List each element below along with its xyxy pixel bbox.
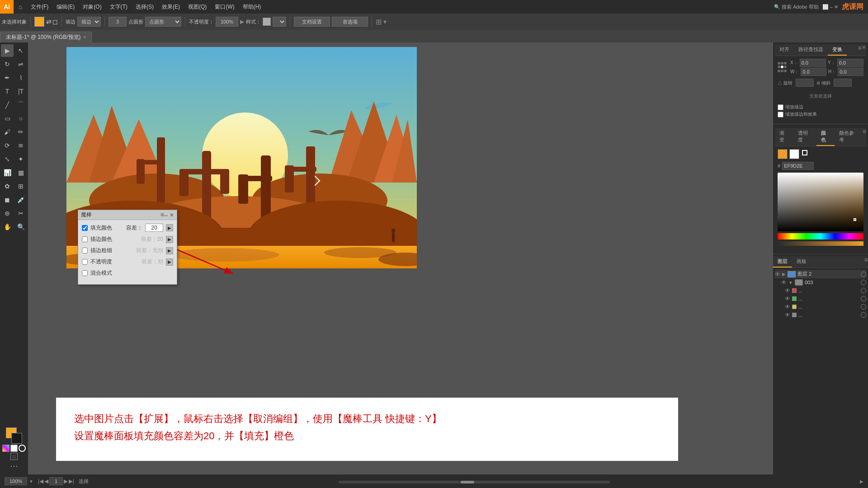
- eyedropper-tool-icon[interactable]: 💉: [14, 193, 27, 206]
- arc-tool-icon[interactable]: ⌒: [14, 99, 27, 111]
- layer-row-6[interactable]: 👁 ...: [775, 311, 866, 319]
- layer-icon[interactable]: □: [10, 453, 18, 460]
- bar-chart-icon[interactable]: ▦: [14, 166, 27, 179]
- layer-expand-1[interactable]: ▶: [782, 272, 786, 277]
- symbol-tool-icon[interactable]: ✿: [1, 180, 14, 192]
- pathfinder-tab[interactable]: 路径查找器: [794, 44, 828, 56]
- color-guide-tab[interactable]: 颜色参考: [835, 128, 862, 146]
- zoom-down-btn[interactable]: ▼: [29, 479, 33, 484]
- layer-row-1[interactable]: 👁 ▶ 图层 2: [775, 270, 866, 278]
- menu-select[interactable]: 选择(S): [132, 0, 157, 14]
- anchor-mc[interactable]: [781, 66, 783, 68]
- tab-close-button[interactable]: ×: [84, 35, 86, 40]
- direct-select-tool-icon[interactable]: ↖: [14, 44, 27, 57]
- layer-row-3[interactable]: 👁 ...: [775, 286, 866, 295]
- zoom-tool-icon[interactable]: 🔍: [14, 221, 27, 233]
- background-color[interactable]: [11, 433, 22, 444]
- transform-tab[interactable]: 变换: [828, 44, 847, 56]
- layer-circle-1[interactable]: [861, 272, 866, 277]
- stroke-color-arrow[interactable]: ▶: [166, 236, 173, 243]
- puppet-warp-icon[interactable]: ✦: [14, 153, 27, 165]
- stroke-dropdown[interactable]: 插边: [77, 17, 101, 27]
- none-fill-icon[interactable]: [19, 445, 26, 452]
- prev-page-btn[interactable]: ◀: [44, 478, 48, 484]
- fill-mode-icon[interactable]: [10, 445, 18, 452]
- rotate-input[interactable]: [796, 79, 814, 87]
- last-page-btn[interactable]: ▶|: [69, 478, 74, 484]
- gradient-tab[interactable]: 渐变: [775, 128, 793, 146]
- fill-tolerance-input[interactable]: [145, 224, 163, 232]
- search-icon[interactable]: 🔍 搜索 Adobe 帮助: [774, 4, 819, 10]
- gradient-tool-icon[interactable]: ◼: [1, 193, 14, 206]
- anchor-tr[interactable]: [784, 62, 787, 65]
- mesh-tool-icon[interactable]: ⊞: [14, 180, 27, 192]
- path-tool-icon[interactable]: ⌇: [14, 71, 27, 84]
- paintbrush-tool-icon[interactable]: 🖌: [1, 126, 14, 138]
- shape-dropdown[interactable]: 点圆形: [145, 17, 181, 27]
- stroke-color-checkbox[interactable]: [82, 236, 88, 242]
- magic-wand-close-btn[interactable]: ✕: [170, 212, 174, 218]
- warp-tool-icon[interactable]: ≋: [14, 139, 27, 152]
- home-icon[interactable]: ⌂: [14, 0, 27, 14]
- layer-circle-6[interactable]: [861, 312, 866, 318]
- horizontal-scrollbar[interactable]: [339, 481, 610, 483]
- layer-circle-5[interactable]: [861, 304, 866, 310]
- opacity-arrow[interactable]: ▶: [166, 258, 173, 266]
- blend-mode-checkbox[interactable]: [82, 270, 88, 276]
- menu-object[interactable]: 对象(O): [79, 0, 105, 14]
- rotate-individual-icon[interactable]: ⟳: [1, 139, 14, 152]
- first-page-btn[interactable]: |◀: [38, 478, 43, 484]
- anchor-br[interactable]: [784, 70, 787, 72]
- menu-help[interactable]: 帮助(H): [239, 0, 265, 14]
- foreground-swatch[interactable]: [778, 149, 788, 159]
- chart-tool-icon[interactable]: 📊: [1, 166, 14, 179]
- selection-tool-icon[interactable]: ▶: [1, 44, 14, 57]
- pen-tool-icon[interactable]: ✒: [1, 71, 14, 84]
- background-swatch[interactable]: [789, 149, 799, 159]
- menu-window[interactable]: 窗口(W): [211, 0, 238, 14]
- fill-tolerance-arrow[interactable]: ▶: [166, 224, 173, 231]
- rotate-tool-icon[interactable]: ↻: [1, 58, 14, 70]
- next-page-btn[interactable]: ▶: [64, 478, 68, 484]
- hue-slider[interactable]: [778, 233, 863, 239]
- layer-visibility-5[interactable]: 👁: [785, 304, 790, 310]
- swap-colors-icon[interactable]: ⇄: [46, 18, 52, 25]
- align-tab[interactable]: 对齐: [775, 44, 794, 56]
- anchor-ml[interactable]: [778, 66, 780, 68]
- type-tool-icon[interactable]: T: [1, 85, 14, 98]
- hand-tool-icon[interactable]: ✋: [1, 221, 14, 233]
- style-color[interactable]: [263, 18, 271, 26]
- h-input[interactable]: [838, 68, 863, 76]
- transparency-tab[interactable]: 透明度: [793, 128, 816, 146]
- scale-effects-checkbox[interactable]: [778, 112, 783, 117]
- free-transform-icon[interactable]: ⤡: [1, 153, 14, 165]
- color-panel-menu-icon[interactable]: ≡: [863, 128, 866, 146]
- layer-circle-2[interactable]: [861, 280, 866, 285]
- opacity-input[interactable]: [216, 17, 238, 27]
- opacity-arrow[interactable]: ▶: [240, 19, 244, 25]
- scroll-right-btn[interactable]: ▶: [860, 479, 863, 484]
- layer-circle-3[interactable]: [861, 288, 866, 293]
- blend-tool-icon[interactable]: ⊛: [1, 207, 14, 220]
- color-mode-icon[interactable]: [2, 445, 9, 452]
- color-tab[interactable]: 颜色: [816, 128, 835, 146]
- scale-strokes-checkbox[interactable]: [778, 104, 783, 110]
- stroke-width-arrow[interactable]: ▶: [166, 247, 173, 254]
- fill-color-box[interactable]: [34, 17, 44, 27]
- panel-menu-icon[interactable]: ≡: [858, 44, 862, 56]
- artboards-tab[interactable]: 画板: [792, 256, 811, 267]
- fill-color-checkbox[interactable]: [82, 225, 88, 231]
- y-input[interactable]: [837, 59, 863, 67]
- menu-file[interactable]: 文件(F): [27, 0, 52, 14]
- opacity-checkbox[interactable]: [82, 259, 88, 265]
- stroke-width-checkbox[interactable]: [82, 248, 88, 253]
- layer-visibility-2[interactable]: 👁: [781, 279, 787, 286]
- ellipse-tool-icon[interactable]: ○: [14, 112, 27, 125]
- rectangle-tool-icon[interactable]: ▭: [1, 112, 14, 125]
- menu-text[interactable]: 文字(T): [106, 0, 131, 14]
- anchor-bl[interactable]: [778, 70, 780, 72]
- layer-visibility-4[interactable]: 👁: [785, 296, 790, 302]
- anchor-tc[interactable]: [781, 62, 783, 65]
- doc-settings-button[interactable]: 文档设置: [294, 17, 330, 27]
- layer-row-4[interactable]: 👁 ...: [775, 295, 866, 303]
